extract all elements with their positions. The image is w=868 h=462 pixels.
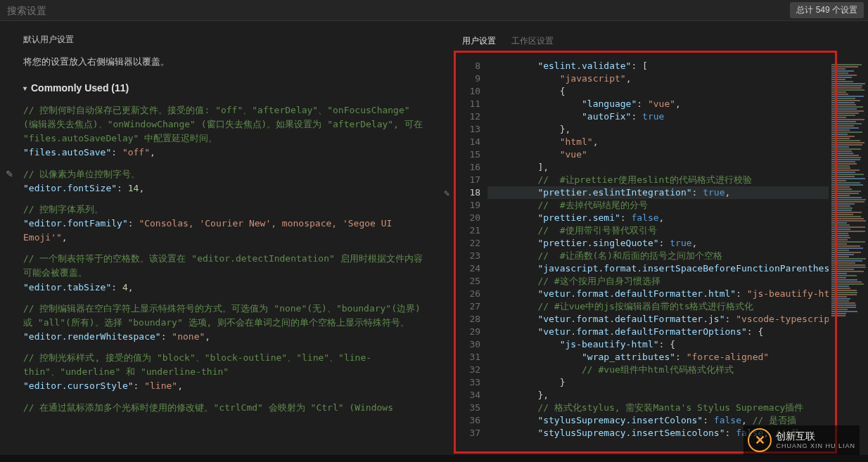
setting-item[interactable]: // 控制光标样式, 接受的值为 "block"、"block-outline"… (23, 351, 424, 393)
code-editor[interactable]: ✎ 89101112131415161718192021222324252627… (440, 60, 868, 462)
search-input[interactable] (0, 0, 790, 20)
default-settings-title: 默认用户设置 (23, 34, 424, 46)
watermark-logo-icon: ✕ (748, 428, 772, 452)
minimap[interactable] (829, 60, 868, 462)
default-settings-desc: 将您的设置放入右侧编辑器以覆盖。 (23, 56, 424, 68)
setting-item[interactable]: // 在通过鼠标添加多个光标时使用的修改键。"ctrlCmd" 会映射为 "Ct… (23, 401, 424, 415)
pencil-icon[interactable]: ✎ (6, 169, 13, 179)
settings-count-badge: 总计 549 个设置 (790, 2, 864, 18)
top-bar: 总计 549 个设置 (0, 0, 868, 21)
main: 默认用户设置 将您的设置放入右侧编辑器以覆盖。 Commonly Used (1… (0, 21, 868, 462)
setting-item[interactable]: // 控制何时自动保存已更新文件。接受的值: "off"、"afterDelay… (23, 103, 424, 160)
watermark-sub: CHUANG XIN HU LIAN (776, 442, 855, 449)
group-commonly-used[interactable]: Commonly Used (11) (23, 82, 424, 94)
tab-user-settings[interactable]: 用户设置 (462, 35, 496, 47)
settings-list: // 控制何时自动保存已更新文件。接受的值: "off"、"afterDelay… (23, 103, 424, 415)
status-bar (0, 455, 868, 462)
default-settings-pane: 默认用户设置 将您的设置放入右侧编辑器以覆盖。 Commonly Used (1… (0, 21, 440, 462)
settings-tabs: 用户设置 工作区设置 (462, 35, 554, 47)
pencil-icon[interactable]: ✎ (440, 60, 454, 462)
user-settings-pane: 用户设置 工作区设置 ✎ 891011121314151617181920212… (440, 21, 868, 462)
tab-workspace-settings[interactable]: 工作区设置 (511, 35, 554, 47)
code-body[interactable]: "eslint.validate": [ "javascript", { "la… (487, 60, 868, 462)
group-label: Commonly Used (11) (31, 82, 129, 94)
setting-item[interactable]: // 控制字体系列。 "editor.fontFamily": "Consola… (23, 203, 424, 245)
watermark: ✕ 创新互联 CHUANG XIN HU LIAN (743, 425, 860, 455)
setting-item[interactable]: // 一个制表符等于的空格数。该设置在 "editor.detectIndent… (23, 252, 424, 294)
watermark-text: 创新互联 (776, 431, 855, 442)
line-gutter: 8910111213141516171819202122232425262728… (454, 60, 487, 462)
setting-item[interactable]: // 以像素为单位控制字号。 "editor.fontSize": 14, (23, 167, 424, 195)
setting-item[interactable]: // 控制编辑器在空白字符上显示特殊符号的方式。可选值为 "none"(无)、"… (23, 302, 424, 344)
